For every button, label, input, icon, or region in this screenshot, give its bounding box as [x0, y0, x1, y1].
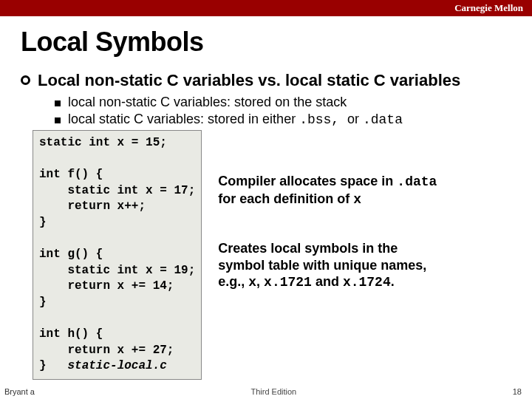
note2-b: ,: [256, 274, 264, 289]
note2-v3: x.1724: [343, 275, 391, 290]
footer: Bryant a Third Edition 18: [0, 387, 532, 396]
note-2: Creates local symbols in the symbol tabl…: [218, 240, 438, 291]
note2-v2: x.1721: [264, 275, 312, 290]
code-line: int g() {: [39, 248, 103, 261]
note2-v1: x: [248, 275, 256, 290]
page-number: 18: [513, 387, 522, 396]
note2-c: and: [312, 274, 343, 289]
sub-b-code2: .data: [363, 112, 403, 127]
bullet-level1: Local non-static C variables vs. local s…: [21, 71, 511, 90]
note1-code: .data: [397, 174, 437, 189]
footer-left: Bryant a: [4, 387, 35, 396]
sub-b: local static C variables: stored in eith…: [68, 112, 403, 127]
notes-column: Compiler allocates space in .data for ea…: [202, 130, 438, 324]
footer-mid: Third Edition: [250, 387, 296, 396]
note1-b: for each definition of: [218, 191, 353, 206]
code-line: return x += 14;: [39, 279, 174, 293]
sub-b-code1: .bss,: [299, 112, 347, 127]
square-bullet-icon: [55, 117, 61, 123]
code-line: }: [39, 296, 47, 309]
sub-bullets: local non-static C variables: stored on …: [55, 95, 511, 127]
code-line: int f() {: [39, 168, 103, 181]
note-1: Compiler allocates space in .data for ea…: [218, 173, 438, 208]
sub-b-prefix: local static C variables: stored in eith…: [68, 112, 299, 126]
circle-bullet-icon: [21, 75, 30, 85]
slide-content: Local Symbols Local non-static C variabl…: [0, 16, 532, 380]
code-line: static int x = 17;: [39, 184, 195, 197]
code-filename: static-local.c: [67, 359, 171, 372]
bullet-level2: local static C variables: stored in eith…: [55, 112, 511, 127]
bullet-level2: local non-static C variables: stored on …: [55, 95, 511, 110]
slide-title: Local Symbols: [21, 27, 511, 58]
two-column-area: static int x = 15; int f() { static int …: [21, 130, 511, 380]
code-line: return x += 27;: [39, 344, 174, 357]
note2-d: .: [391, 274, 395, 289]
code-line: }: [39, 216, 47, 229]
note1-a: Compiler allocates space in: [218, 174, 397, 188]
code-line: int h() {: [39, 327, 103, 341]
code-line: return x++;: [39, 200, 146, 213]
level1-text: Local non-static C variables vs. local s…: [38, 71, 460, 90]
note1-var: x: [353, 192, 361, 207]
square-bullet-icon: [55, 100, 61, 106]
code-line: }: [39, 359, 47, 372]
header-bar: Carnegie Mellon: [0, 0, 532, 16]
code-line: static int x = 19;: [39, 264, 195, 277]
code-line: static int x = 15;: [39, 136, 167, 149]
code-block: static int x = 15; int f() { static int …: [33, 130, 202, 380]
university-name: Carnegie Mellon: [454, 2, 523, 14]
sub-a: local non-static C variables: stored on …: [68, 95, 347, 110]
sub-b-mid: or: [347, 112, 363, 126]
